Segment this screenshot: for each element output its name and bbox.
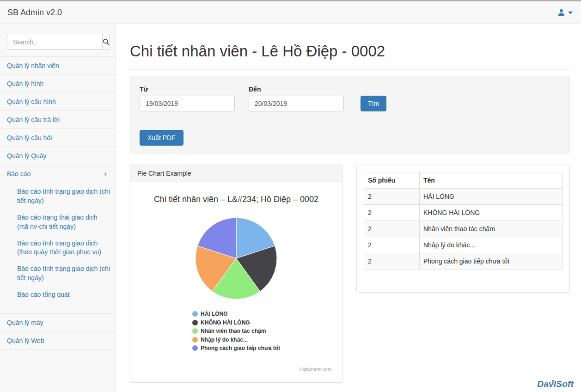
legend-item-2[interactable]: Nhân viên thao tác chậm xyxy=(192,327,280,336)
results-table-panel: Số phiếu Tên 2HÀI LÒNG2KHÔNG HÀI LÒNG2Nh… xyxy=(356,165,570,293)
app-brand: SB Admin v2.0 xyxy=(7,8,62,18)
sidebar-menu: Quản lý nhân viênQuản lý hìnhQuản lý cấu… xyxy=(0,56,116,350)
legend-dot xyxy=(192,337,198,343)
table-cell: 2 xyxy=(364,253,420,270)
search-input[interactable] xyxy=(7,34,102,50)
sidebar-item-label: Quản lý cấu hình xyxy=(7,98,56,105)
table-row-0: 2HÀI LÒNG xyxy=(364,189,563,205)
table-cell: Nhập lý do khác... xyxy=(420,237,563,253)
sidebar-subitem-0[interactable]: Báo cáo tình trạng giao dịch (chi tiết n… xyxy=(0,184,116,209)
legend-label: KHÔNG HÀI LÒNG xyxy=(201,318,250,327)
sidebar: Quản lý nhân viênQuản lý hìnhQuản lý cấu… xyxy=(0,24,116,392)
legend-label: Nhập lý do khác... xyxy=(201,336,248,344)
search-icon xyxy=(103,38,110,45)
from-date-input[interactable] xyxy=(140,96,235,111)
sidebar-item-4[interactable]: Quản lý câu hỏi xyxy=(0,129,116,147)
table-row-3: 2Nhập lý do khác... xyxy=(364,237,563,253)
to-label: Đến xyxy=(249,86,344,93)
results-table: Số phiếu Tên 2HÀI LÒNG2KHÔNG HÀI LÒNG2Nh… xyxy=(364,172,563,270)
user-icon xyxy=(557,9,565,17)
chevron-left-icon: ‹ xyxy=(104,172,109,176)
sidebar-item-3[interactable]: Quản lý câu trả lời xyxy=(0,111,116,129)
table-cell: 2 xyxy=(364,205,420,221)
pie-chart-panel-heading: Pie Chart Example xyxy=(130,165,342,182)
sidebar-subitem-1[interactable]: Báo cáo trạng thái giao dịch (mã nv-chi … xyxy=(0,209,116,235)
user-menu[interactable] xyxy=(557,9,573,17)
table-cell: Phong cách giao tiếp chưa tốt xyxy=(420,253,563,270)
sidebar-item-label: Quản lý hình xyxy=(7,80,43,87)
legend-label: Phong cách giao tiếp chưa tốt xyxy=(201,344,280,353)
legend-dot xyxy=(192,345,198,351)
highcharts-credit[interactable]: Highcharts.com xyxy=(300,367,331,372)
sidebar-subitem-3[interactable]: Báo cáo tình trạng giao dịch (chi tiết n… xyxy=(0,261,116,287)
legend-item-0[interactable]: HÀI LÒNG xyxy=(192,310,280,318)
sidebar-item-6[interactable]: Báo cáo‹ xyxy=(0,165,116,183)
column-header-so-phieu: Số phiếu xyxy=(364,172,420,189)
sidebar-item-label: Quản lý máy xyxy=(7,319,43,326)
sidebar-item-5[interactable]: Quản lý Quày xyxy=(0,147,116,165)
legend-label: HÀI LÒNG xyxy=(201,310,228,318)
chart-title: Chi tiết nhân viên – L&#234; Hồ Điệp – 0… xyxy=(144,194,329,205)
top-navbar: SB Admin v2.0 xyxy=(0,1,581,24)
search-button[interactable] xyxy=(102,34,110,50)
export-pdf-button[interactable]: Xuất PDF xyxy=(140,130,183,146)
sidebar-item-label: Quản lý câu trả lời xyxy=(7,116,60,123)
legend-dot xyxy=(192,311,198,317)
pie-chart[interactable] xyxy=(194,216,278,300)
table-row-1: 2KHÔNG HÀI LÒNG xyxy=(364,205,563,221)
sidebar-item-label: Báo cáo xyxy=(7,170,31,178)
sidebar-item-8[interactable]: Quản lý Web xyxy=(0,332,116,349)
davisoft-logo: DaviSoft xyxy=(537,379,574,389)
pie-chart-body: Chi tiết nhân viên – L&#234; Hồ Điệp – 0… xyxy=(130,182,342,382)
to-date-input[interactable] xyxy=(249,96,344,111)
sidebar-item-1[interactable]: Quản lý hình xyxy=(0,75,116,92)
main-content: Chi tiết nhân viên - Lê Hồ Điệp - 0002 T… xyxy=(116,24,581,392)
page-title: Chi tiết nhân viên - Lê Hồ Điệp - 0002 xyxy=(130,43,570,70)
column-header-ten: Tên xyxy=(420,172,563,189)
from-label: Từ xyxy=(140,86,235,93)
sidebar-submenu: Báo cáo tình trạng giao dịch (chi tiết n… xyxy=(0,183,116,313)
sidebar-search xyxy=(7,34,109,50)
legend-label: Nhân viên thao tác chậm xyxy=(201,327,266,336)
table-cell: 2 xyxy=(364,189,420,205)
legend-item-4[interactable]: Phong cách giao tiếp chưa tốt xyxy=(192,344,280,353)
legend-item-3[interactable]: Nhập lý do khác... xyxy=(192,336,280,344)
caret-down-icon xyxy=(568,12,573,14)
sidebar-item-2[interactable]: Quản lý cấu hình xyxy=(0,93,116,110)
sidebar-item-label: Quản lý Quày xyxy=(7,152,47,159)
table-row-4: 2Phong cách giao tiếp chưa tốt xyxy=(364,253,563,270)
legend-dot xyxy=(192,328,198,334)
table-cell: KHÔNG HÀI LÒNG xyxy=(420,205,563,221)
sidebar-item-7[interactable]: Quản lý máy xyxy=(0,314,116,331)
pie-chart-panel: Pie Chart Example Chi tiết nhân viên – L… xyxy=(130,165,342,383)
table-cell: HÀI LÒNG xyxy=(420,189,563,205)
sidebar-item-label: Quản lý câu hỏi xyxy=(7,134,52,141)
table-cell: Nhân viên thao tác chậm xyxy=(420,221,563,237)
chart-legend: HÀI LÒNGKHÔNG HÀI LÒNGNhân viên thao tác… xyxy=(192,310,280,353)
sidebar-item-label: Quản lý Web xyxy=(7,337,44,344)
filter-panel: Từ Đến Tìm Xuất PDF xyxy=(130,76,570,153)
table-cell: 2 xyxy=(364,221,420,237)
find-button[interactable]: Tìm xyxy=(361,96,386,111)
sidebar-item-label: Quản lý nhân viên xyxy=(7,62,59,69)
sidebar-subitem-4[interactable]: Báo cáo tổng quát xyxy=(0,287,116,303)
sidebar-subitem-2[interactable]: Báo cáo tình trạng giao dịch (theo quày … xyxy=(0,235,116,261)
sidebar-item-0[interactable]: Quản lý nhân viên xyxy=(0,57,116,74)
legend-item-1[interactable]: KHÔNG HÀI LÒNG xyxy=(192,318,280,327)
table-body: 2HÀI LÒNG2KHÔNG HÀI LÒNG2Nhân viên thao … xyxy=(364,189,563,270)
legend-dot xyxy=(192,320,198,325)
table-row-2: 2Nhân viên thao tác chậm xyxy=(364,221,563,237)
table-cell: 2 xyxy=(364,237,420,253)
